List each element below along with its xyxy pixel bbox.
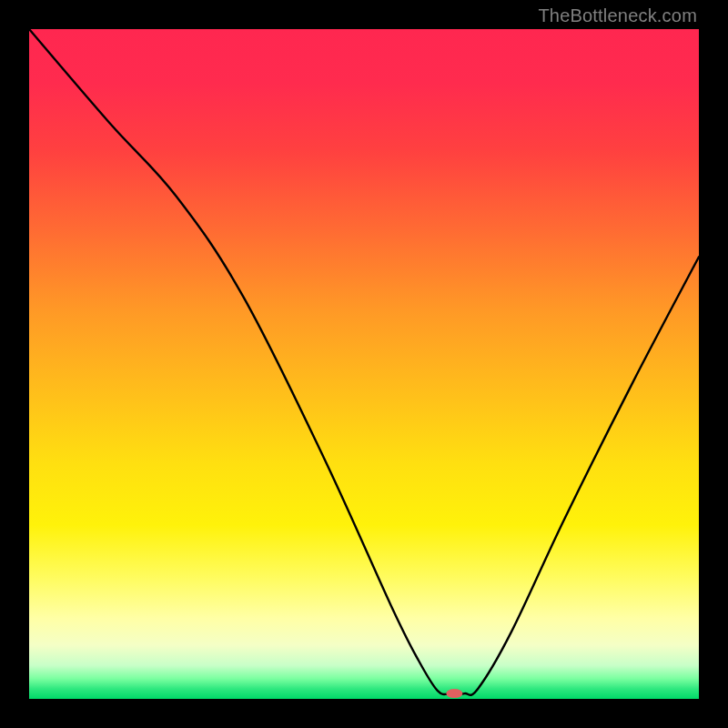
curve-layer (29, 29, 699, 699)
chart-canvas: TheBottleneck.com (0, 0, 728, 728)
watermark-text: TheBottleneck.com (538, 5, 697, 26)
plot-area (29, 29, 699, 699)
bottleneck-curve (29, 29, 699, 695)
optimal-point-marker (446, 689, 462, 698)
